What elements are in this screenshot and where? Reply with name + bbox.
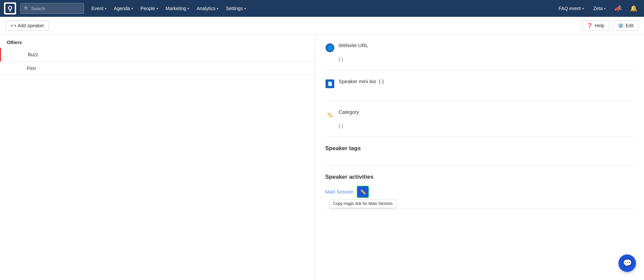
category-label: Category bbox=[339, 109, 359, 115]
navbar: 🔍 Search Event ▾ Agenda ▾ People ▾ Marke… bbox=[0, 0, 644, 17]
category-section: 🏷️ Category ( ) bbox=[325, 109, 635, 137]
nav-event[interactable]: Event ▾ bbox=[88, 4, 110, 13]
app-logo bbox=[4, 2, 16, 14]
nav-settings[interactable]: Settings ▾ bbox=[222, 4, 249, 13]
speaker-name: Buzz bbox=[28, 52, 38, 57]
magic-link-tooltip: Copy magic link for Main Session bbox=[329, 199, 396, 208]
search-placeholder: Search bbox=[31, 6, 45, 11]
zeta-menu[interactable]: Zeta ▾ bbox=[590, 4, 609, 13]
chevron-down-icon: ▾ bbox=[157, 7, 158, 10]
megaphone-icon[interactable]: 📣 bbox=[612, 3, 625, 13]
search-icon: 🔍 bbox=[24, 6, 29, 11]
bell-icon[interactable]: 🔔 bbox=[627, 3, 640, 13]
category-row: 🏷️ Category bbox=[325, 109, 635, 119]
main-content: Others Buzz Finn 🌐 Website URL ( ) 📄 bbox=[0, 34, 644, 280]
chevron-down-icon: ▾ bbox=[131, 7, 133, 10]
svg-point-2 bbox=[9, 7, 11, 9]
website-url-value: ( ) bbox=[339, 57, 635, 62]
speaker-tags-section: Speaker tags bbox=[325, 145, 635, 166]
nav-marketing[interactable]: Marketing ▾ bbox=[162, 4, 192, 13]
chat-icon: 💬 bbox=[623, 259, 632, 268]
chevron-down-icon: ▾ bbox=[604, 7, 606, 10]
activity-row: Main Session ✏️ Copy magic link for Main… bbox=[325, 186, 635, 198]
globe-icon: 🌐 bbox=[325, 43, 335, 53]
nav-people[interactable]: People ▾ bbox=[137, 4, 162, 13]
nav-agenda[interactable]: Agenda ▾ bbox=[111, 4, 136, 13]
website-url-label: Website URL bbox=[339, 42, 368, 48]
toolbar-right: ❓ Help ⚙️ Edit bbox=[582, 21, 639, 31]
speaker-mini-bio-label: Speaker mini bio ( ) bbox=[339, 78, 384, 84]
tag-icon: 🏷️ bbox=[325, 110, 335, 119]
list-item[interactable]: Buzz bbox=[0, 48, 315, 62]
chevron-down-icon: ▾ bbox=[244, 7, 246, 10]
toolbar: + + Add speaker ❓ Help ⚙️ Edit bbox=[0, 17, 644, 34]
chevron-down-icon: ▾ bbox=[187, 7, 189, 10]
website-url-row: 🌐 Website URL bbox=[325, 42, 635, 53]
speaker-mini-bio-row: 📄 Speaker mini bio ( ) bbox=[325, 78, 635, 89]
speaker-tags-title: Speaker tags bbox=[325, 145, 635, 152]
search-input[interactable]: 🔍 Search bbox=[20, 3, 84, 14]
section-header-others: Others bbox=[0, 34, 315, 48]
edit-button[interactable]: ⚙️ Edit bbox=[613, 21, 639, 31]
question-circle-icon: ❓ bbox=[587, 23, 593, 28]
chevron-down-icon: ▾ bbox=[105, 7, 106, 10]
category-value: ( ) bbox=[339, 123, 635, 129]
nav-analytics[interactable]: Analytics ▾ bbox=[193, 4, 222, 13]
add-speaker-button[interactable]: + + Add speaker bbox=[5, 21, 49, 31]
right-panel: 🌐 Website URL ( ) 📄 Speaker mini bio ( ) bbox=[316, 34, 644, 280]
magic-link-icon: ✏️ bbox=[360, 189, 366, 195]
plus-icon: + bbox=[10, 23, 13, 28]
svg-rect-3 bbox=[9, 10, 11, 11]
speaker-name: Finn bbox=[27, 66, 36, 71]
website-url-section: 🌐 Website URL ( ) bbox=[325, 42, 635, 70]
speaker-mini-bio-section: 📄 Speaker mini bio ( ) bbox=[325, 78, 635, 101]
doc-icon: 📄 bbox=[325, 79, 335, 89]
list-item[interactable]: Finn bbox=[0, 62, 315, 75]
faq-event-menu[interactable]: FAQ event ▾ bbox=[555, 4, 587, 13]
help-button[interactable]: ❓ Help bbox=[582, 21, 609, 31]
navbar-right: FAQ event ▾ Zeta ▾ 📣 🔔 bbox=[555, 3, 640, 13]
chevron-down-icon: ▾ bbox=[217, 7, 218, 10]
speaker-activities-section: Speaker activities Main Session ✏️ Copy … bbox=[325, 174, 635, 209]
nav-items: Event ▾ Agenda ▾ People ▾ Marketing ▾ An… bbox=[88, 4, 554, 13]
main-session-link[interactable]: Main Session bbox=[325, 189, 353, 195]
chat-fab-button[interactable]: 💬 bbox=[618, 254, 636, 272]
chevron-down-icon: ▾ bbox=[582, 7, 584, 10]
magic-link-button[interactable]: ✏️ Copy magic link for Main Session bbox=[357, 186, 369, 198]
left-panel: Others Buzz Finn bbox=[0, 34, 316, 280]
gear-icon: ⚙️ bbox=[618, 23, 624, 28]
speaker-activities-title: Speaker activities bbox=[325, 174, 635, 180]
